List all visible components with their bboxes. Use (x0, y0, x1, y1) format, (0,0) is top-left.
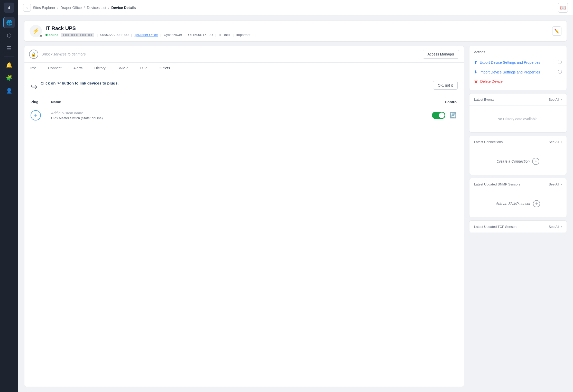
delete-action: 🗑 Delete Device (474, 77, 562, 86)
device-meta: online ■■■ ■■■ ■■■ ■■ | 00:0C:AA:00:11:0… (45, 33, 250, 37)
latest-events-section: Latest Events See All › No History data … (469, 93, 567, 133)
mac-address: 00:0C:AA:00:11:00 (100, 33, 128, 37)
col-name: Name (51, 100, 417, 104)
device-icon-area: ⚡ 🏷 (30, 25, 42, 37)
bell-icon: 🔔 (6, 62, 12, 68)
device-header: ⚡ 🏷 IT Rack UPS online ■■■ ■■■ ■■■ ■■ | … (24, 21, 567, 42)
category: IT Rack (219, 33, 230, 37)
page-area: ⚡ 🏷 IT Rack UPS online ■■■ ■■■ ■■■ ■■ | … (18, 15, 573, 392)
outlet-toggle[interactable] (432, 112, 445, 119)
import-link[interactable]: ⬇ Import Device Settings and Properties (474, 70, 540, 74)
latest-tcp-header: Latest Updated TCP Sensors See All › (469, 221, 567, 233)
import-action: ⬇ Import Device Settings and Properties … (474, 67, 562, 77)
outlet-name-area: Add a custom name UPS Master Switch (Sta… (51, 111, 417, 120)
create-connection-item[interactable]: Create a Connection + (474, 153, 562, 170)
actions-title: Actions (474, 50, 562, 54)
import-icon: ⬇ (474, 70, 477, 74)
split-layout: 🔒 Unlock services to get more... Access … (24, 46, 567, 387)
tcp-chevron-icon: › (561, 224, 562, 229)
ups-icon: ⚡ (32, 28, 39, 34)
col-plug: Plug (31, 100, 51, 104)
site-link[interactable]: @Draper Office (135, 33, 158, 37)
breadcrumb-current: Device Details (111, 6, 136, 10)
outlet-custom-name[interactable]: Add a custom name (51, 111, 417, 115)
sidebar-item-globe[interactable]: 🌐 (3, 17, 15, 28)
tcp-see-all[interactable]: See All › (549, 224, 562, 229)
refresh-button[interactable]: 🔄 (448, 111, 458, 120)
back-button[interactable]: ‹ (23, 4, 31, 12)
tab-outlets[interactable]: Outlets (153, 63, 176, 73)
sidebar-item-bell[interactable]: 🔔 (3, 59, 15, 71)
cube-icon: ⬡ (7, 32, 11, 39)
latest-snmp-title: Latest Updated SNMP Sensors (474, 182, 520, 186)
sidebar-logo[interactable]: d (4, 3, 14, 13)
manufacturer: CyberPower (164, 33, 182, 37)
breadcrumb-sep-1: / (57, 6, 58, 10)
lock-banner-left: 🔒 Unlock services to get more... (29, 50, 89, 59)
connections-chevron-icon: › (561, 139, 562, 144)
sidebar-item-user[interactable]: 👤 (3, 85, 15, 96)
puzzle-icon: 🧩 (6, 75, 12, 81)
latest-connections-body: Create a Connection + (469, 148, 567, 175)
hint-text: Click on '+' button to link devices to p… (41, 81, 118, 85)
table-row: + Add a custom name UPS Master Switch (S… (31, 107, 458, 124)
tab-alerts[interactable]: Alerts (68, 63, 89, 73)
hint-bar: ↩ Click on '+' button to link devices to… (31, 81, 458, 92)
actions-section: Actions ⬆ Export Device Settings and Pro… (469, 46, 567, 90)
add-snmp-item[interactable]: Add an SNMP sensor + (474, 195, 562, 212)
tab-tcp[interactable]: TCP (134, 63, 153, 73)
topbar: ‹ Sites Explorer / Draper Office / Devic… (18, 0, 573, 15)
latest-events-header: Latest Events See All › (469, 94, 567, 106)
sidebar-item-puzzle[interactable]: 🧩 (3, 72, 15, 83)
content-panel: ↩ Click on '+' button to link devices to… (24, 73, 464, 387)
tab-info[interactable]: Info (24, 63, 42, 73)
book-icon: 📖 (560, 5, 566, 11)
device-info: IT Rack UPS online ■■■ ■■■ ■■■ ■■ | 00:0… (45, 25, 250, 37)
delete-icon: 🗑 (474, 79, 478, 84)
ok-got-it-button[interactable]: OK, got it (433, 81, 458, 90)
breadcrumb-devices[interactable]: Devices List (87, 6, 106, 10)
outlets-header: Plug Name Control (31, 98, 458, 107)
export-icon: ⬆ (474, 60, 477, 65)
export-link[interactable]: ⬆ Export Device Settings and Properties (474, 60, 540, 65)
status-badge: online (45, 33, 58, 37)
tab-history[interactable]: History (88, 63, 112, 73)
sidebar-divider (4, 57, 14, 57)
snmp-see-all[interactable]: See All › (549, 182, 562, 186)
latest-connections-section: Latest Connections See All › Create a Co… (469, 136, 567, 175)
export-info-icon[interactable]: ⓘ (558, 60, 562, 65)
edit-button[interactable]: ✏️ (552, 26, 561, 36)
lock-icon: 🔒 (29, 50, 38, 59)
globe-icon: 🌐 (6, 20, 13, 26)
breadcrumb-office[interactable]: Draper Office (60, 6, 82, 10)
sidebar-item-cube[interactable]: ⬡ (3, 30, 15, 41)
sidebar-item-list[interactable]: ☰ (3, 43, 15, 54)
tab-connect[interactable]: Connect (42, 63, 67, 73)
add-plug-button[interactable]: + (31, 110, 41, 120)
breadcrumb-sites[interactable]: Sites Explorer (33, 6, 55, 10)
connections-see-all[interactable]: See All › (549, 139, 562, 144)
breadcrumb-sep-2: / (84, 6, 85, 10)
tab-bar: Info Connect Alerts History SNMP TCP Out… (24, 63, 464, 73)
add-snmp-plus[interactable]: + (533, 200, 540, 207)
events-empty-text: No History data available. (474, 111, 562, 127)
right-panel: Actions ⬆ Export Device Settings and Pro… (469, 46, 567, 387)
toggle-knob (439, 113, 445, 118)
edit-icon: ✏️ (554, 29, 559, 34)
main-content: ‹ Sites Explorer / Draper Office / Devic… (18, 0, 573, 392)
breadcrumb-sep-3: / (108, 6, 109, 10)
delete-link[interactable]: 🗑 Delete Device (474, 79, 503, 84)
create-connection-label: Create a Connection (497, 159, 530, 163)
latest-tcp-section: Latest Updated TCP Sensors See All › (469, 220, 567, 233)
import-info-icon[interactable]: ⓘ (558, 69, 562, 75)
outlets-table: Plug Name Control + Add a custom (31, 98, 458, 124)
device-name: IT Rack UPS (45, 25, 250, 31)
create-connection-plus[interactable]: + (532, 158, 539, 165)
lock-text: Unlock services to get more... (41, 52, 89, 56)
tab-snmp[interactable]: SNMP (112, 63, 134, 73)
book-icon-button[interactable]: 📖 (558, 3, 568, 13)
events-see-all[interactable]: See All › (549, 97, 562, 102)
latest-snmp-header: Latest Updated SNMP Sensors See All › (469, 178, 567, 190)
latest-tcp-title: Latest Updated TCP Sensors (474, 225, 517, 229)
access-manager-button[interactable]: Access Manager (423, 50, 459, 59)
